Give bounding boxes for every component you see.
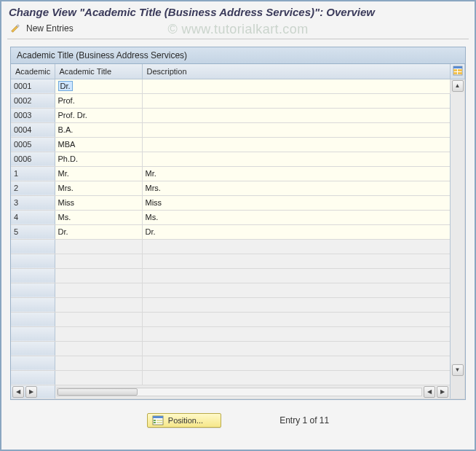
scroll-right-button[interactable]: ▶ bbox=[25, 386, 37, 398]
cell-code[interactable]: 0006 bbox=[11, 152, 55, 166]
cell-code[interactable] bbox=[11, 239, 55, 254]
cell-desc[interactable]: Dr. bbox=[142, 224, 451, 239]
cell-code[interactable]: 3 bbox=[11, 195, 55, 210]
cell-title[interactable]: Dr. bbox=[55, 79, 142, 93]
cell-title[interactable]: Mrs. bbox=[55, 181, 142, 195]
cell-desc[interactable] bbox=[142, 122, 451, 137]
cell-code[interactable] bbox=[11, 268, 55, 283]
cell-desc[interactable] bbox=[142, 268, 451, 283]
cell-title[interactable] bbox=[55, 370, 142, 385]
table-settings-button[interactable] bbox=[451, 64, 465, 79]
cell-title[interactable]: B.A. bbox=[55, 122, 142, 137]
table-row-empty[interactable] bbox=[11, 239, 465, 254]
table-row-empty[interactable] bbox=[11, 326, 465, 341]
cell-title[interactable] bbox=[55, 341, 142, 356]
cell-code[interactable]: 5 bbox=[11, 224, 55, 239]
table-row-empty[interactable] bbox=[11, 312, 465, 326]
col-header-code[interactable]: Academic bbox=[11, 64, 55, 79]
cell-code[interactable] bbox=[11, 370, 55, 385]
col-header-desc[interactable]: Description bbox=[142, 64, 451, 79]
cell-desc[interactable] bbox=[142, 254, 451, 268]
cell-title[interactable]: Dr. bbox=[55, 224, 142, 239]
cell-code[interactable]: 2 bbox=[11, 181, 55, 195]
table-row-empty[interactable] bbox=[11, 370, 465, 385]
cell-code[interactable]: 0004 bbox=[11, 122, 55, 137]
cell-desc[interactable] bbox=[142, 152, 451, 166]
table-row-empty[interactable] bbox=[11, 254, 465, 268]
table-row[interactable]: 0003Prof. Dr. bbox=[11, 108, 465, 122]
cell-code[interactable] bbox=[11, 297, 55, 312]
table-row[interactable]: 1Mr.Mr. bbox=[11, 166, 465, 181]
table-row[interactable]: 0006Ph.D. bbox=[11, 152, 465, 166]
table-row[interactable]: 5Dr.Dr. bbox=[11, 224, 465, 239]
cell-desc[interactable] bbox=[142, 239, 451, 254]
cell-desc[interactable] bbox=[142, 297, 451, 312]
scroll-left2-button[interactable]: ◀ bbox=[424, 386, 435, 398]
cell-title[interactable] bbox=[55, 239, 142, 254]
cell-desc[interactable] bbox=[142, 326, 451, 341]
table-row[interactable]: 0005MBA bbox=[11, 137, 465, 152]
cell-desc[interactable]: Miss bbox=[142, 195, 451, 210]
cell-code[interactable]: 0001 bbox=[11, 79, 55, 93]
table-row-empty[interactable] bbox=[11, 297, 465, 312]
cell-desc[interactable] bbox=[142, 93, 451, 108]
cell-title[interactable]: Mr. bbox=[55, 166, 142, 181]
cell-title[interactable]: MBA bbox=[55, 137, 142, 152]
cell-title[interactable]: Ms. bbox=[55, 210, 142, 224]
position-button[interactable]: Position... bbox=[147, 413, 221, 428]
table-row[interactable]: 0004B.A. bbox=[11, 122, 465, 137]
cell-desc[interactable] bbox=[142, 341, 451, 356]
cell-title[interactable] bbox=[55, 326, 142, 341]
cell-title[interactable] bbox=[55, 283, 142, 297]
cell-code[interactable]: 4 bbox=[11, 210, 55, 224]
pencil-ruler-icon[interactable] bbox=[9, 23, 22, 34]
table-row[interactable]: 0001Dr.▲▼ bbox=[11, 79, 465, 93]
vscroll-area[interactable]: ▲▼ bbox=[451, 79, 465, 399]
cell-code[interactable] bbox=[11, 326, 55, 341]
cell-code[interactable]: 0003 bbox=[11, 108, 55, 122]
cell-code[interactable]: 0002 bbox=[11, 93, 55, 108]
cell-code[interactable]: 1 bbox=[11, 166, 55, 181]
cell-code[interactable] bbox=[11, 356, 55, 370]
scroll-down-button[interactable]: ▼ bbox=[452, 364, 464, 376]
col-header-title[interactable]: Academic Title bbox=[55, 64, 142, 79]
new-entries-button[interactable]: New Entries bbox=[26, 23, 74, 34]
cell-title[interactable]: Ph.D. bbox=[55, 152, 142, 166]
cell-code[interactable] bbox=[11, 283, 55, 297]
cell-code[interactable] bbox=[11, 254, 55, 268]
scroll-left-button[interactable]: ◀ bbox=[12, 386, 24, 398]
cell-desc[interactable] bbox=[142, 283, 451, 297]
cell-code[interactable] bbox=[11, 341, 55, 356]
cell-title[interactable] bbox=[55, 254, 142, 268]
table-row-empty[interactable] bbox=[11, 356, 465, 370]
cell-desc[interactable]: Mrs. bbox=[142, 181, 451, 195]
table-row[interactable]: 2Mrs.Mrs. bbox=[11, 181, 465, 195]
table-row[interactable]: 3MissMiss bbox=[11, 195, 465, 210]
cell-desc[interactable] bbox=[142, 312, 451, 326]
table-row[interactable]: 0002Prof. bbox=[11, 93, 465, 108]
cell-code[interactable]: 0005 bbox=[11, 137, 55, 152]
cell-desc[interactable] bbox=[142, 356, 451, 370]
cell-title[interactable] bbox=[55, 356, 142, 370]
cell-desc[interactable] bbox=[142, 137, 451, 152]
cell-desc[interactable] bbox=[142, 79, 451, 93]
table-row[interactable]: 4Ms.Ms. bbox=[11, 210, 465, 224]
scroll-up-button[interactable]: ▲ bbox=[452, 80, 464, 92]
cell-code[interactable] bbox=[11, 312, 55, 326]
table-row-empty[interactable] bbox=[11, 268, 465, 283]
cell-title[interactable]: Prof. Dr. bbox=[55, 108, 142, 122]
cell-title[interactable] bbox=[55, 312, 142, 326]
scroll-right2-button[interactable]: ▶ bbox=[437, 386, 448, 398]
cell-desc[interactable]: Ms. bbox=[142, 210, 451, 224]
cell-desc[interactable] bbox=[142, 108, 451, 122]
hscroll-thumb[interactable] bbox=[57, 388, 138, 396]
vscroll-track[interactable] bbox=[451, 93, 464, 364]
cell-desc[interactable]: Mr. bbox=[142, 166, 451, 181]
cell-title[interactable]: Prof. bbox=[55, 93, 142, 108]
table-row-empty[interactable] bbox=[11, 341, 465, 356]
cell-title[interactable]: Miss bbox=[55, 195, 142, 210]
hscroll-track[interactable] bbox=[57, 388, 423, 396]
cell-desc[interactable] bbox=[142, 370, 451, 385]
cell-title[interactable] bbox=[55, 268, 142, 283]
cell-title[interactable] bbox=[55, 297, 142, 312]
